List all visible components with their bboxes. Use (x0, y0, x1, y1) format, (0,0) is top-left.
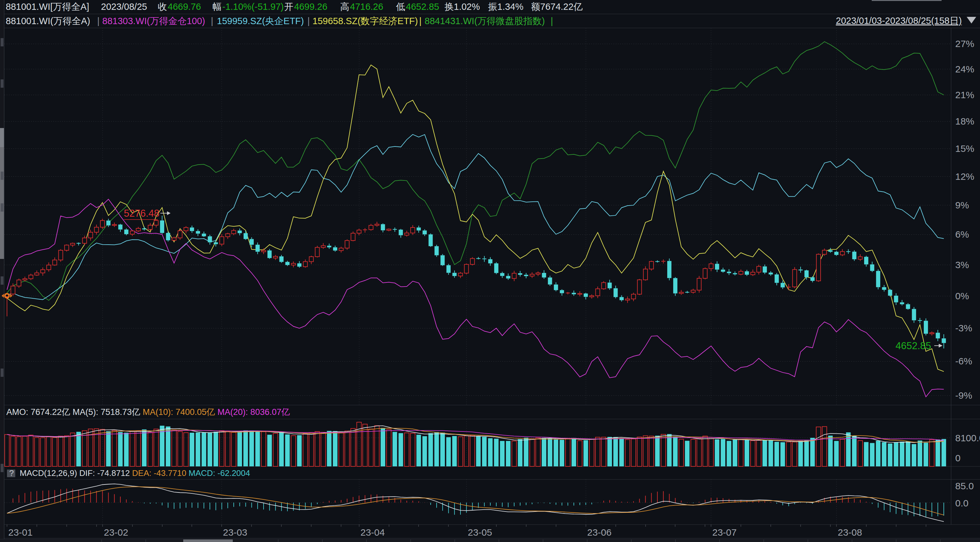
svg-text:9%: 9% (955, 200, 969, 210)
svg-text:881303.WI(万得金仓100): 881303.WI(万得金仓100) (102, 16, 205, 26)
svg-text:23-06: 23-06 (587, 527, 612, 537)
svg-text:23-03: 23-03 (223, 527, 247, 537)
svg-text:24%: 24% (955, 64, 974, 74)
svg-text:|: | (211, 16, 213, 26)
svg-text:|: | (550, 16, 553, 26)
svg-text:6%: 6% (955, 229, 969, 239)
svg-text:0%: 0% (955, 291, 969, 301)
svg-text:4669.76: 4669.76 (168, 2, 201, 12)
svg-text:23-02: 23-02 (104, 527, 128, 537)
svg-text:|: | (97, 16, 100, 26)
svg-text:|: | (307, 16, 310, 26)
svg-text:4652.85: 4652.85 (406, 2, 439, 12)
svg-text:额7674.22亿: 额7674.22亿 (531, 2, 583, 12)
svg-text:AMO: 7674.22亿 MA(5): 7518.73亿: AMO: 7674.22亿 MA(5): 7518.73亿 MA(10): 74… (6, 407, 290, 417)
svg-text:881001.WI(万得全A): 881001.WI(万得全A) (6, 16, 90, 26)
svg-text:0: 0 (955, 453, 961, 463)
svg-text:-1.10%(-51.97): -1.10%(-51.97) (222, 2, 283, 12)
svg-text:收: 收 (158, 2, 167, 12)
svg-text:-3%: -3% (955, 323, 972, 333)
svg-text:2023/08/25: 2023/08/25 (101, 2, 147, 12)
svg-text:159658.SZ(数字经济ETF): 159658.SZ(数字经济ETF) (312, 16, 418, 26)
svg-text:23-07: 23-07 (712, 527, 737, 537)
svg-text:881001.WI[万得全A]: 881001.WI[万得全A] (6, 2, 89, 12)
svg-text:低: 低 (396, 2, 405, 12)
svg-text:换1.02%: 换1.02% (445, 2, 480, 12)
svg-text:开: 开 (284, 2, 293, 12)
svg-text:振1.34%: 振1.34% (488, 2, 523, 12)
svg-text:18%: 18% (955, 116, 974, 126)
svg-text:-6%: -6% (955, 356, 972, 366)
svg-text:-9%: -9% (955, 390, 972, 401)
svg-text:23-08: 23-08 (838, 527, 862, 537)
svg-text:23-05: 23-05 (468, 527, 492, 537)
svg-text:3%: 3% (955, 260, 969, 270)
svg-text:0.0: 0.0 (955, 498, 969, 509)
svg-text:21%: 21% (955, 89, 974, 100)
svg-text:幅: 幅 (212, 2, 222, 12)
svg-text:4716.26: 4716.26 (350, 2, 383, 12)
svg-text:85.0: 85.0 (955, 481, 974, 491)
svg-text:|: | (419, 16, 422, 26)
svg-text:5276.48: 5276.48 (124, 208, 159, 219)
svg-text:8100.0: 8100.0 (955, 433, 980, 443)
svg-text:高: 高 (340, 2, 349, 12)
svg-text:MACD(12,26,9) DIF: -74.8712 DE: MACD(12,26,9) DIF: -74.8712 DEA: -43.771… (20, 468, 250, 478)
svg-text:159959.SZ(央企ETF): 159959.SZ(央企ETF) (217, 16, 304, 26)
svg-text:8841431.WI(万得微盘股指数): 8841431.WI(万得微盘股指数) (425, 16, 545, 26)
svg-text:23-01: 23-01 (8, 527, 33, 537)
svg-text:4652.85: 4652.85 (896, 340, 931, 351)
svg-text:23-04: 23-04 (360, 527, 385, 537)
svg-text:12%: 12% (955, 171, 974, 182)
svg-text:4699.26: 4699.26 (294, 2, 328, 12)
svg-text:2023/01/03-2023/08/25(158日): 2023/01/03-2023/08/25(158日) (836, 16, 962, 26)
svg-text:15%: 15% (955, 143, 974, 154)
svg-text:?: ? (9, 468, 14, 478)
svg-text:27%: 27% (955, 38, 974, 49)
